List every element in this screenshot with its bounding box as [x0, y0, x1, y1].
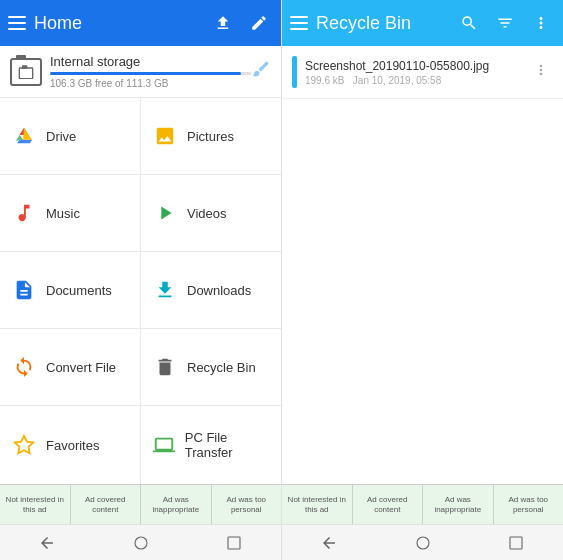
right-appbar-icons [455, 9, 555, 37]
left-bottom-nav [0, 524, 281, 560]
storage-info: Internal storage 106.3 GB free of 111.3 … [50, 54, 251, 89]
right-ad-strip: Not interested in this ad Ad covered con… [282, 484, 563, 524]
back-button-left[interactable] [0, 525, 94, 560]
recent-button-left[interactable] [187, 525, 281, 560]
menu-item-convert[interactable]: Convert File [0, 329, 140, 405]
right-bottom-nav [282, 524, 563, 560]
right-panel: Recycle Bin [281, 0, 563, 560]
right-hamburger-icon[interactable] [290, 16, 308, 30]
recycle-label: Recycle Bin [187, 360, 256, 375]
menu-item-documents[interactable]: Documents [0, 252, 140, 328]
ad-not-interested-right[interactable]: Not interested in this ad [282, 485, 353, 524]
music-icon [10, 199, 38, 227]
videos-label: Videos [187, 206, 227, 221]
storage-progress-bar [50, 72, 251, 75]
ad-not-interested-left[interactable]: Not interested in this ad [0, 485, 71, 524]
menu-item-downloads[interactable]: Downloads [141, 252, 281, 328]
file-more-icon[interactable] [529, 58, 553, 87]
ad-too-personal-left[interactable]: Ad was too personal [212, 485, 282, 524]
file-type-bar [292, 56, 297, 88]
storage-bar[interactable]: Internal storage 106.3 GB free of 111.3 … [0, 46, 281, 98]
convert-icon [10, 353, 38, 381]
hamburger-icon[interactable] [8, 16, 26, 30]
right-appbar: Recycle Bin [282, 0, 563, 46]
recent-button-right[interactable] [469, 525, 563, 560]
storage-name: Internal storage [50, 54, 251, 69]
svg-rect-1 [22, 65, 27, 68]
pc-transfer-label: PC File Transfer [185, 430, 271, 460]
file-date: Jan 10, 2019, 05:58 [353, 75, 441, 86]
back-button-right[interactable] [282, 525, 376, 560]
svg-point-2 [135, 537, 147, 549]
svg-point-4 [417, 537, 429, 549]
left-ad-strip: Not interested in this ad Ad covered con… [0, 484, 281, 524]
menu-item-favorites[interactable]: Favorites [0, 406, 140, 484]
menu-item-pictures[interactable]: Pictures [141, 98, 281, 174]
file-size: 199.6 kB [305, 75, 344, 86]
file-meta: 199.6 kB Jan 10, 2019, 05:58 [305, 75, 529, 86]
file-name: Screenshot_20190110-055800.jpg [305, 59, 529, 73]
left-app-title: Home [34, 13, 209, 34]
left-panel: Home [0, 0, 281, 560]
left-appbar: Home [0, 0, 281, 46]
more-vert-icon[interactable] [527, 9, 555, 37]
svg-rect-5 [510, 537, 522, 549]
search-icon[interactable] [455, 9, 483, 37]
upload-icon[interactable] [209, 9, 237, 37]
downloads-label: Downloads [187, 283, 251, 298]
ad-inappropriate-right[interactable]: Ad was inappropriate [423, 485, 494, 524]
storage-size: 106.3 GB free of 111.3 GB [50, 78, 251, 89]
filter-icon[interactable] [491, 9, 519, 37]
documents-icon [10, 276, 38, 304]
left-appbar-icons [209, 9, 273, 37]
documents-label: Documents [46, 283, 112, 298]
downloads-icon [151, 276, 179, 304]
ad-too-personal-right[interactable]: Ad was too personal [494, 485, 564, 524]
menu-item-drive[interactable]: Drive [0, 98, 140, 174]
menu-item-pc-transfer[interactable]: PC File Transfer [141, 406, 281, 484]
edit-icon[interactable] [245, 9, 273, 37]
menu-grid: Drive Pictures Music [0, 98, 281, 484]
drive-label: Drive [46, 129, 76, 144]
videos-icon [151, 199, 179, 227]
svg-rect-0 [19, 68, 32, 79]
right-app-title: Recycle Bin [316, 13, 455, 34]
table-row[interactable]: Screenshot_20190110-055800.jpg 199.6 kB … [282, 46, 563, 99]
pictures-label: Pictures [187, 129, 234, 144]
menu-item-videos[interactable]: Videos [141, 175, 281, 251]
favorites-label: Favorites [46, 438, 99, 453]
menu-item-recycle[interactable]: Recycle Bin [141, 329, 281, 405]
ad-covered-left[interactable]: Ad covered content [71, 485, 142, 524]
storage-broom-icon[interactable] [251, 59, 271, 84]
file-info: Screenshot_20190110-055800.jpg 199.6 kB … [305, 59, 529, 86]
pc-transfer-icon [151, 431, 177, 459]
svg-rect-3 [228, 537, 240, 549]
convert-label: Convert File [46, 360, 116, 375]
home-button-right[interactable] [376, 525, 470, 560]
home-button-left[interactable] [94, 525, 188, 560]
ad-covered-right[interactable]: Ad covered content [353, 485, 424, 524]
recycle-file-list: Screenshot_20190110-055800.jpg 199.6 kB … [282, 46, 563, 484]
storage-device-icon [10, 58, 42, 86]
music-label: Music [46, 206, 80, 221]
ad-inappropriate-left[interactable]: Ad was inappropriate [141, 485, 212, 524]
drive-icon [10, 122, 38, 150]
favorites-icon [10, 431, 38, 459]
recycle-icon [151, 353, 179, 381]
pictures-icon [151, 122, 179, 150]
storage-progress-fill [50, 72, 241, 75]
menu-item-music[interactable]: Music [0, 175, 140, 251]
